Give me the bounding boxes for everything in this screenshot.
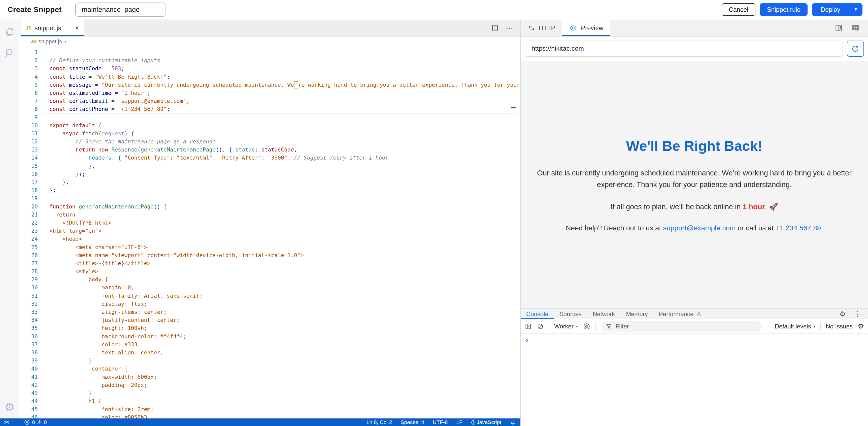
line-number[interactable]: 3 [20,64,38,73]
devtools-settings-gear-icon[interactable]: ⚙ [840,311,846,318]
line-number[interactable]: 28 [20,267,38,276]
line-number[interactable]: 16 [20,170,38,178]
code-editor[interactable]: 12// Define your customizable inputs3con… [20,47,520,419]
split-editor-icon[interactable] [491,24,499,32]
line-number[interactable]: 27 [20,259,38,267]
context-selector[interactable]: Worker ▾ [554,323,578,330]
devtools-menu-kebab-icon[interactable]: ⋮ [854,311,861,318]
cancel-button[interactable]: Cancel [722,3,755,16]
line-number[interactable]: 6 [20,89,38,97]
tab-preview[interactable]: Preview [562,20,610,36]
clear-console-icon[interactable] [537,323,544,330]
issues-counter[interactable]: No Issues [826,323,852,330]
breadcrumb-file[interactable]: snippet.js [38,38,62,45]
code-line[interactable]: 18}; [20,186,520,194]
line-number[interactable]: 10 [20,121,38,130]
line-number[interactable]: 25 [20,243,38,251]
code-line[interactable]: 31 font-family: Arial, sans-serif; [20,292,520,300]
settings-gear-icon[interactable]: ⚙ [4,401,14,413]
line-number[interactable]: 5 [20,81,38,89]
code-line[interactable]: 42 padding: 20px; [20,381,520,389]
line-number[interactable]: 24 [20,235,38,243]
line-number[interactable]: 17 [20,178,38,186]
code-line[interactable]: 4const title = "We'll Be Right Back!"; [20,73,520,81]
line-number[interactable]: 41 [20,373,38,381]
code-line[interactable]: 40 .container { [20,365,520,373]
tab-http[interactable]: HTTP [521,20,562,36]
code-line[interactable]: 9 [20,113,520,121]
line-number[interactable]: 1 [20,48,38,56]
line-number[interactable]: 42 [20,381,38,389]
language-mode[interactable]: {} JavaScript [471,419,501,425]
code-line[interactable]: 15 }, [20,162,520,170]
line-number[interactable]: 44 [20,397,38,405]
line-number[interactable]: 19 [20,194,38,202]
code-line[interactable]: 28 <style> [20,267,520,276]
breadcrumb-more[interactable]: … [69,38,74,45]
code-line[interactable]: 1 [20,48,520,56]
tab-snippet-js[interactable]: JS snippet.js × [21,20,84,36]
code-line[interactable]: 16 }); [20,170,520,178]
line-number[interactable]: 9 [20,113,38,121]
close-tab-icon[interactable]: × [75,24,79,32]
code-line[interactable]: 11 async fetch(request) { [20,130,520,138]
code-line[interactable]: 43 } [20,389,520,397]
code-line[interactable]: 22 <!DOCTYPE html> [20,219,520,227]
line-number[interactable]: 43 [20,389,38,397]
code-line[interactable]: 44 h1 { [20,397,520,405]
indentation-setting[interactable]: Spaces: 4 [401,419,424,425]
deploy-button[interactable]: Deploy ▼ [812,3,863,16]
discord-icon[interactable] [851,24,860,32]
code-line[interactable]: 27 <title>${title}</title> [20,259,520,267]
search-icon[interactable] [4,47,15,58]
line-number[interactable]: 32 [20,300,38,308]
encoding-setting[interactable]: UTF-8 [433,419,448,425]
line-number[interactable]: 46 [20,414,38,419]
code-line[interactable]: 23<html lang="en"> [20,227,520,235]
code-line[interactable]: 37 color: #333; [20,341,520,349]
code-line[interactable]: 10export default { [20,121,520,130]
support-email-link[interactable]: support@example.com [663,224,736,232]
url-input[interactable] [525,40,843,57]
line-number[interactable]: 34 [20,316,38,324]
line-number[interactable]: 31 [20,292,38,300]
code-line[interactable]: 7const contactEmail = "support@example.c… [20,97,520,105]
devtools-tab-network[interactable]: Network [587,309,620,319]
code-line[interactable]: 36 background-color: #f4f4f4; [20,333,520,341]
eol-setting[interactable]: LF [456,419,462,425]
code-line[interactable]: 25 <meta charset="UTF-8"> [20,243,520,251]
devtools-tab-performance[interactable]: Performance [653,309,707,319]
line-number[interactable]: 15 [20,162,38,170]
line-number[interactable]: 29 [20,276,38,284]
code-line[interactable]: 45 font-size: 2rem; [20,405,520,414]
code-line[interactable]: 20function generateMaintenancePage() { [20,203,520,211]
code-line[interactable]: 33 align-items: center; [20,308,520,316]
code-line[interactable]: 41 max-width: 600px; [20,373,520,381]
code-line[interactable]: 46 color: #0056b3 [20,414,520,419]
line-number[interactable]: 13 [20,146,38,154]
console-prompt-row[interactable]: › [521,334,868,346]
log-levels-dropdown[interactable]: Default levels ▾ [775,323,816,330]
code-line[interactable]: 6const estimatedTime = "1 hour"; [20,89,520,97]
line-number[interactable]: 11 [20,130,38,138]
console-settings-gear-icon[interactable]: ⚙ [858,323,864,330]
code-line[interactable]: 2// Define your customizable inputs [20,56,520,64]
notifications-bell-icon[interactable] [510,419,516,425]
code-line[interactable]: 24 <head> [20,235,520,243]
files-icon[interactable] [4,26,15,37]
code-line[interactable]: 30 margin: 0; [20,284,520,292]
line-number[interactable]: 22 [20,219,38,227]
devtools-tab-console[interactable]: Console [521,309,554,319]
line-number[interactable]: 40 [20,365,38,373]
snippet-name-input[interactable] [75,2,165,17]
line-number[interactable]: 39 [20,357,38,365]
line-number[interactable]: 36 [20,333,38,341]
line-number[interactable]: 30 [20,284,38,292]
line-number[interactable]: 4 [20,73,38,81]
line-number[interactable]: 35 [20,324,38,332]
snippet-rule-button[interactable]: Snippet rule [760,3,808,16]
line-number[interactable]: 45 [20,405,38,414]
code-line[interactable]: 19 [20,194,520,202]
refresh-button[interactable] [847,40,864,57]
line-number[interactable]: 37 [20,341,38,349]
